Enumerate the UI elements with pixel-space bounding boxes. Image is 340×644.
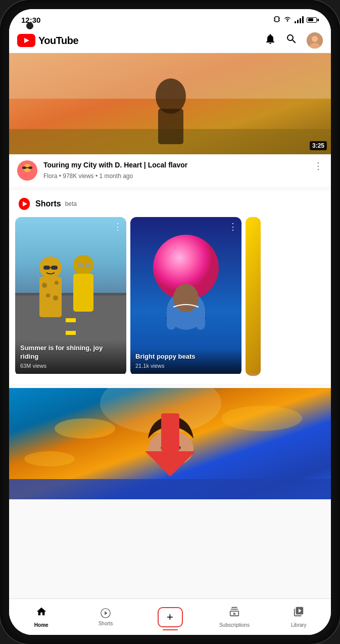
red-arrow-svg xyxy=(140,408,201,479)
nav-item-home[interactable]: Home xyxy=(9,599,73,635)
header-actions xyxy=(264,32,323,49)
nav-item-create[interactable]: + xyxy=(138,599,202,635)
short-1-views: 63M views xyxy=(20,363,121,369)
video-subtitle: Flora • 978K views • 1 month ago xyxy=(43,173,308,180)
svg-rect-44 xyxy=(167,307,176,330)
short-thumb-3 xyxy=(246,217,261,376)
svg-rect-1 xyxy=(274,18,275,19)
svg-point-9 xyxy=(312,36,318,42)
video-more-icon[interactable]: ⋮ xyxy=(314,160,323,171)
phone-screen: 12:30 xyxy=(9,9,331,635)
nav-item-subscriptions[interactable]: Subscriptions xyxy=(202,599,266,635)
short-1-info: Summer is for shining, joy riding 63M vi… xyxy=(15,340,126,374)
short-card-3[interactable] xyxy=(246,217,261,376)
featured-video-thumbnail[interactable]: 3:25 xyxy=(9,53,331,154)
status-bar: 12:30 xyxy=(9,9,331,28)
svg-rect-34 xyxy=(43,266,50,270)
svg-rect-18 xyxy=(22,166,26,169)
logo-area: YouTube xyxy=(17,34,78,47)
nav-library-label: Library xyxy=(291,622,307,628)
search-icon[interactable] xyxy=(285,33,298,48)
svg-point-14 xyxy=(156,78,186,114)
short-2-views: 21.1k views xyxy=(135,363,236,369)
svg-rect-0 xyxy=(275,17,279,22)
avatar[interactable] xyxy=(307,32,323,49)
channel-avatar[interactable] xyxy=(17,160,37,181)
svg-point-5 xyxy=(287,20,288,21)
svg-rect-37 xyxy=(78,264,84,267)
short-thumb-2: ⋮ Bright poppy beats 21.1k views xyxy=(130,217,241,374)
short-1-more-icon[interactable]: ⋮ xyxy=(113,221,122,232)
video-meta: Touring my City with D. Heart | Local fl… xyxy=(43,160,308,180)
home-icon xyxy=(36,606,47,620)
svg-point-31 xyxy=(53,295,58,300)
short-card-1[interactable]: ⋮ Summer is for shining, joy riding 63M … xyxy=(15,217,126,376)
svg-rect-19 xyxy=(28,166,32,169)
nav-item-shorts[interactable]: Shorts xyxy=(73,599,137,635)
status-icons xyxy=(273,15,319,24)
short-card-2[interactable]: ⋮ Bright poppy beats 21.1k views xyxy=(130,217,241,376)
wifi-icon xyxy=(283,15,292,24)
shorts-title: Shorts xyxy=(35,199,61,208)
svg-rect-2 xyxy=(279,18,280,19)
phone-frame: 12:30 xyxy=(0,0,340,644)
signal-icon xyxy=(295,16,304,23)
shorts-beta: beta xyxy=(65,200,77,207)
video-title: Touring my City with D. Heart | Local fl… xyxy=(43,160,308,170)
camera-notch xyxy=(26,22,33,29)
shorts-logo-icon xyxy=(17,197,31,211)
short-2-more-icon[interactable]: ⋮ xyxy=(228,221,237,232)
notification-icon[interactable] xyxy=(264,33,276,48)
library-icon xyxy=(293,606,304,620)
svg-point-30 xyxy=(46,293,50,297)
vibrate-icon xyxy=(273,16,280,24)
short-thumb-1: ⋮ Summer is for shining, joy riding 63M … xyxy=(15,217,126,374)
short-2-info: Bright poppy beats 21.1k views xyxy=(130,349,241,374)
bottom-nav: Home Shorts + xyxy=(9,598,331,635)
shorts-nav-icon xyxy=(100,608,111,619)
thumbnail-bg xyxy=(9,53,331,154)
youtube-logo-icon xyxy=(17,34,35,47)
svg-rect-38 xyxy=(85,264,91,267)
short-2-caption: Bright poppy beats xyxy=(135,353,236,361)
svg-rect-35 xyxy=(51,266,58,270)
svg-rect-56 xyxy=(161,413,179,451)
nav-home-label: Home xyxy=(34,622,48,628)
nav-subs-label: Subscriptions xyxy=(219,622,250,628)
short-1-caption: Summer is for shining, joy riding xyxy=(20,344,121,361)
svg-rect-3 xyxy=(274,20,275,21)
svg-point-29 xyxy=(55,281,59,285)
svg-rect-4 xyxy=(279,20,280,21)
next-video-section[interactable] xyxy=(9,388,331,499)
plus-icon: + xyxy=(167,612,173,623)
svg-point-28 xyxy=(42,283,47,288)
shorts-section: Shorts beta xyxy=(9,191,331,384)
app-header: YouTube xyxy=(9,28,331,53)
svg-rect-25 xyxy=(66,331,76,335)
youtube-logo-text: YouTube xyxy=(38,35,78,47)
svg-rect-33 xyxy=(73,274,93,312)
arrow-overlay xyxy=(9,388,331,499)
nav-item-library[interactable]: Library xyxy=(267,599,331,635)
subscriptions-icon xyxy=(229,606,240,620)
shorts-header: Shorts beta xyxy=(9,197,331,217)
svg-rect-45 xyxy=(196,307,205,330)
video-duration: 3:25 xyxy=(310,141,327,150)
content-area[interactable]: 3:25 Touring my City with D. Heart | Loc xyxy=(9,53,331,598)
svg-rect-24 xyxy=(66,318,76,322)
svg-rect-46 xyxy=(246,217,261,374)
svg-marker-57 xyxy=(145,451,196,477)
svg-point-43 xyxy=(173,284,199,312)
shorts-scroll[interactable]: ⋮ Summer is for shining, joy riding 63M … xyxy=(9,217,331,376)
svg-rect-15 xyxy=(158,109,183,144)
create-button[interactable]: + xyxy=(158,607,183,627)
video-info: Touring my City with D. Heart | Local fl… xyxy=(9,154,331,187)
battery-icon xyxy=(307,17,319,23)
nav-shorts-label: Shorts xyxy=(99,621,113,626)
